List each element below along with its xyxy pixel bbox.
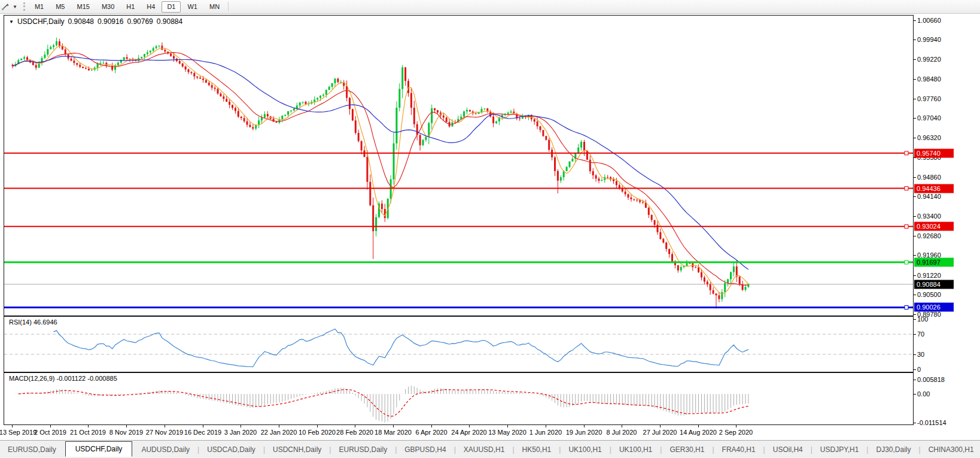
date-tick-mark bbox=[317, 425, 318, 427]
date-label: 6 Apr 2020 bbox=[415, 429, 447, 436]
price-tick-mark bbox=[914, 79, 916, 80]
macd-tick-mark bbox=[914, 380, 916, 380]
candlestick-series bbox=[12, 38, 750, 309]
timeframe-button-MN[interactable]: MN bbox=[204, 1, 225, 13]
rsi-label: RSI(14) 46.6946 bbox=[9, 319, 57, 326]
ohlc-close: 0.90884 bbox=[157, 17, 182, 26]
price-tick-label: 1.00660 bbox=[917, 17, 941, 24]
date-tick-mark bbox=[165, 425, 165, 427]
chart-tab-china300-h1[interactable]: CHINA300,H1 bbox=[921, 442, 980, 457]
draw-tool-button[interactable]: ▼ bbox=[0, 2, 20, 11]
date-label: 13 Sep 2019 bbox=[0, 429, 36, 436]
date-axis[interactable]: 13 Sep 20192 Oct 201921 Oct 20198 Nov 20… bbox=[0, 425, 980, 440]
macd-tick-mark bbox=[914, 394, 916, 395]
level-price-tag: 0.95740 bbox=[914, 149, 954, 158]
chart-tab-eurusd-daily[interactable]: EURUSD,Daily bbox=[0, 442, 64, 457]
ma-5-line bbox=[13, 46, 748, 295]
date-label: 18 Mar 2020 bbox=[375, 429, 412, 436]
price-tick-mark bbox=[914, 295, 916, 295]
horizontal-level-lines[interactable] bbox=[4, 151, 913, 310]
date-tick-mark bbox=[622, 425, 622, 427]
price-tick-mark bbox=[914, 59, 916, 60]
price-tick-label: 0.90500 bbox=[917, 291, 941, 298]
current-price-tag: 0.90884 bbox=[914, 280, 954, 289]
ohlc-high: 0.90916 bbox=[98, 17, 123, 26]
price-tick-mark bbox=[914, 138, 916, 138]
price-tick-label: 0.98480 bbox=[917, 75, 941, 83]
macd-tick-label: 0.005818 bbox=[917, 376, 945, 383]
date-label: 19 Jun 2020 bbox=[566, 429, 602, 436]
chart-tab-dj30-daily[interactable]: DJ30,Daily bbox=[868, 442, 918, 457]
chart-tab-ger30-h1[interactable]: GER30,H1 bbox=[662, 442, 712, 457]
date-label: 16 Dec 2019 bbox=[184, 429, 221, 436]
chart-tab-eurusd-daily[interactable]: EURUSD,Daily bbox=[331, 442, 395, 457]
date-label: 8 Jul 2020 bbox=[607, 429, 637, 436]
timeframe-button-H1[interactable]: H1 bbox=[121, 1, 140, 13]
chart-tab-fra40-h1[interactable]: FRA40,H1 bbox=[714, 442, 763, 457]
date-label: 27 Jul 2020 bbox=[643, 429, 677, 436]
rsi-tick-mark bbox=[914, 334, 916, 335]
timeframe-button-M1[interactable]: M1 bbox=[29, 1, 49, 13]
chart-tab-uk100-h1[interactable]: UK100,H1 bbox=[611, 442, 660, 457]
chart-tab-usdcad-daily[interactable]: USDCAD,Daily bbox=[199, 442, 263, 457]
timeframe-button-W1[interactable]: W1 bbox=[182, 1, 203, 13]
macd-label: MACD(12,26,9) -0.001122 -0.000885 bbox=[9, 375, 117, 382]
price-tick-label: 0.97040 bbox=[917, 114, 941, 122]
rsi-chart-canvas[interactable] bbox=[4, 317, 913, 372]
price-tick-mark bbox=[914, 40, 916, 40]
date-tick-mark bbox=[126, 425, 127, 427]
price-tick-mark bbox=[914, 99, 916, 99]
chart-symbol-title: USDCHF,Daily bbox=[17, 17, 65, 26]
chart-tab-usdchf-daily[interactable]: USDCHF,Daily bbox=[65, 441, 133, 457]
timeframe-button-M30[interactable]: M30 bbox=[96, 1, 120, 13]
date-label: 24 Apr 2020 bbox=[451, 429, 486, 436]
rsi-indicator-pane[interactable]: RSI(14) 46.6946 bbox=[4, 316, 914, 372]
toolbar-grip[interactable] bbox=[23, 2, 25, 11]
chart-tab-usdcnh-daily[interactable]: USDCNH,Daily bbox=[265, 442, 329, 457]
chevron-down-icon: ▼ bbox=[13, 4, 17, 10]
macd-tick-label: 0.00 bbox=[917, 390, 930, 398]
price-tick-mark bbox=[914, 275, 916, 276]
date-tick-mark bbox=[279, 425, 279, 427]
date-label: 1 Jun 2020 bbox=[529, 429, 562, 436]
date-tick-mark bbox=[698, 425, 699, 427]
chart-tab-audusd-daily[interactable]: AUDUSD,Daily bbox=[133, 442, 197, 457]
price-tick-label: 0.95580 bbox=[917, 154, 941, 161]
macd-indicator-pane[interactable]: MACD(12,26,9) -0.001122 -0.000885 bbox=[4, 372, 914, 425]
price-tick-mark bbox=[914, 177, 916, 178]
date-label: 14 Aug 2020 bbox=[680, 429, 717, 436]
timeframe-button-M15[interactable]: M15 bbox=[71, 1, 95, 13]
chart-tab-gbpusd-h4[interactable]: GBPUSD,H4 bbox=[397, 442, 454, 457]
price-tick-mark bbox=[914, 118, 916, 119]
toolbar-separator bbox=[228, 2, 229, 11]
price-tick-label: 0.92680 bbox=[917, 232, 941, 239]
price-tick-label: 0.94140 bbox=[917, 193, 941, 200]
date-tick-mark bbox=[584, 425, 585, 427]
ohlc-open: 0.90848 bbox=[68, 17, 94, 26]
timeframe-button-H4[interactable]: H4 bbox=[141, 1, 160, 13]
timeframe-button-D1[interactable]: D1 bbox=[162, 1, 181, 13]
date-label: 21 Oct 2019 bbox=[70, 429, 106, 436]
main-chart-pane[interactable]: ▼ USDCHF,Daily 0.90848 0.90916 0.90769 0… bbox=[4, 15, 914, 316]
rsi-line bbox=[54, 329, 748, 366]
chart-tab-xauusd-h1[interactable]: XAUUSD,H1 bbox=[456, 442, 513, 457]
timeframe-button-M5[interactable]: M5 bbox=[50, 1, 70, 13]
macd-histogram bbox=[16, 386, 748, 422]
chart-tab-hk50-h1[interactable]: HK50,H1 bbox=[515, 442, 559, 457]
chart-tab-usoil-h4[interactable]: USOil,H4 bbox=[765, 442, 811, 457]
date-tick-mark bbox=[203, 425, 203, 427]
candlestick-chart-canvas[interactable] bbox=[4, 16, 913, 316]
date-tick-mark bbox=[241, 425, 241, 427]
date-label: 2 Sep 2020 bbox=[719, 429, 753, 436]
price-tick-label: 0.94860 bbox=[917, 174, 941, 181]
macd-chart-canvas[interactable] bbox=[4, 373, 913, 424]
chart-tab-usdjpy-h1[interactable]: USDJPY,H1 bbox=[812, 442, 866, 457]
price-tick-label: 0.91960 bbox=[917, 251, 941, 259]
chart-tab-bar: EURUSD,DailyUSDCHF,DailyAUDUSD,Daily|USD… bbox=[0, 440, 980, 458]
price-tick-label: 0.93400 bbox=[917, 213, 941, 220]
date-label: 3 Jan 2020 bbox=[224, 429, 257, 436]
collapse-triangle-icon[interactable]: ▼ bbox=[9, 19, 14, 25]
chart-tab-uk100-h1[interactable]: UK100,H1 bbox=[561, 442, 609, 457]
level-price-tag: 0.91697 bbox=[914, 258, 954, 267]
level-price-tag: 0.90026 bbox=[914, 303, 954, 312]
